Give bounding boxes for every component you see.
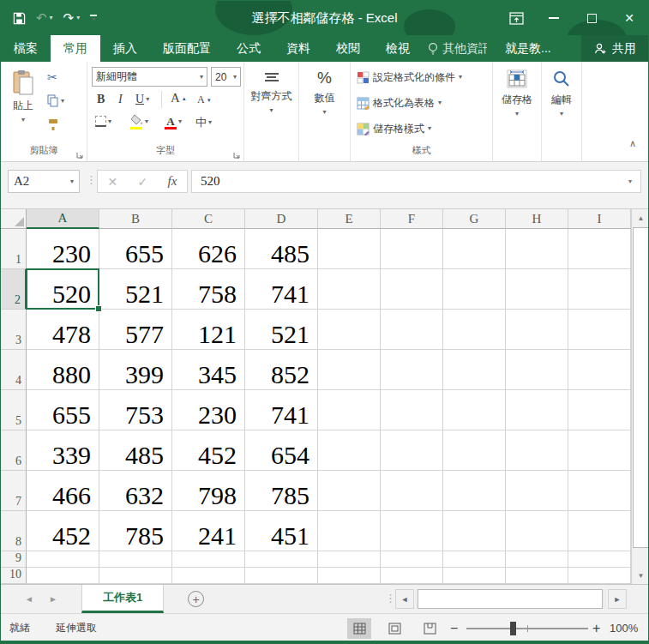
cell-C2[interactable]: 758 <box>172 269 245 310</box>
cell-G3[interactable] <box>443 310 506 350</box>
cell-E1[interactable] <box>318 229 381 269</box>
cell-I7[interactable] <box>568 471 631 511</box>
cell-F10[interactable] <box>381 568 443 584</box>
cell-C9[interactable] <box>172 551 245 568</box>
cell-G8[interactable] <box>443 511 506 551</box>
cell-B5[interactable]: 753 <box>99 390 172 430</box>
cell-C10[interactable] <box>172 568 245 584</box>
cell-H2[interactable] <box>506 269 568 310</box>
cell-A9[interactable] <box>27 551 99 568</box>
cell-B10[interactable] <box>99 568 172 584</box>
tab-home[interactable]: 常用 <box>51 35 100 62</box>
column-header-E[interactable]: E <box>318 209 381 229</box>
cell-E8[interactable] <box>318 511 381 551</box>
font-name-combo[interactable]: 新細明體 ▾ <box>92 67 207 87</box>
cell-C5[interactable]: 230 <box>172 390 245 430</box>
name-box[interactable]: A2 ▾ <box>8 170 80 193</box>
minimize-button[interactable] <box>535 1 573 35</box>
zoom-level[interactable]: 100% <box>610 614 638 642</box>
grow-font-button[interactable]: A▲ <box>171 91 187 105</box>
cell-H6[interactable] <box>506 430 568 471</box>
underline-button[interactable]: U▾ <box>135 93 149 106</box>
cell-D4[interactable]: 852 <box>245 350 318 390</box>
cell-I10[interactable] <box>568 568 631 584</box>
cell-F5[interactable] <box>381 390 443 430</box>
cell-D6[interactable]: 654 <box>245 430 318 471</box>
cell-C4[interactable]: 345 <box>172 350 245 390</box>
cell-E9[interactable] <box>318 551 381 568</box>
cell-H3[interactable] <box>506 310 568 350</box>
sheet-nav-right-icon[interactable]: ► <box>49 585 57 613</box>
row-header-4[interactable]: 4 <box>1 350 27 390</box>
formula-bar-splitter[interactable]: ⋮ <box>86 173 97 186</box>
vertical-scrollbar[interactable]: ▲ ▼ <box>631 209 649 584</box>
cell-E7[interactable] <box>318 471 381 511</box>
cell-A2[interactable]: 520 <box>27 269 99 310</box>
cell-G1[interactable] <box>443 229 506 269</box>
cell-F3[interactable] <box>381 310 443 350</box>
cell-F8[interactable] <box>381 511 443 551</box>
cell-G7[interactable] <box>443 471 506 511</box>
tab-data[interactable]: 資料 <box>273 35 323 62</box>
cell-B7[interactable]: 632 <box>99 471 172 511</box>
view-normal-button[interactable] <box>347 618 371 639</box>
cell-A8[interactable]: 452 <box>27 511 99 551</box>
font-color-button[interactable]: A ▾ <box>165 114 182 129</box>
cell-H1[interactable] <box>506 229 568 269</box>
cell-F2[interactable] <box>381 269 443 310</box>
column-header-H[interactable]: H <box>506 209 568 229</box>
cell-A4[interactable]: 880 <box>27 350 99 390</box>
column-header-C[interactable]: C <box>172 209 245 229</box>
row-header-3[interactable]: 3 <box>1 310 27 350</box>
shrink-font-button[interactable]: A▼ <box>197 93 212 106</box>
select-all-button[interactable] <box>1 209 27 229</box>
scroll-down-button[interactable]: ▼ <box>632 567 649 584</box>
cell-B9[interactable] <box>99 551 172 568</box>
horizontal-scrollbar-thumb[interactable] <box>418 589 603 609</box>
row-header-1[interactable]: 1 <box>1 229 27 269</box>
cell-I9[interactable] <box>568 551 631 568</box>
copy-button[interactable]: ▾ <box>47 94 64 107</box>
column-header-D[interactable]: D <box>245 209 318 229</box>
column-header-B[interactable]: B <box>99 209 172 229</box>
cell-A6[interactable]: 339 <box>27 430 99 471</box>
ribbon-group-alignment[interactable]: 對齊方式 ▾ <box>244 62 299 161</box>
column-header-F[interactable]: F <box>381 209 443 229</box>
cell-F1[interactable] <box>381 229 443 269</box>
hscroll-right-button[interactable]: ► <box>608 589 627 609</box>
hscroll-left-button[interactable]: ◄ <box>395 589 414 609</box>
row-header-5[interactable]: 5 <box>1 390 27 430</box>
vertical-scrollbar-thumb[interactable] <box>633 227 649 548</box>
new-sheet-button[interactable]: + <box>188 591 204 607</box>
cell-E2[interactable] <box>318 269 381 310</box>
column-header-I[interactable]: I <box>568 209 631 229</box>
cell-H4[interactable] <box>506 350 568 390</box>
ribbon-group-number[interactable]: % 數值 ▾ <box>299 62 351 161</box>
cell-E10[interactable] <box>318 568 381 584</box>
font-dialog-launcher[interactable] <box>232 147 241 156</box>
cell-A5[interactable]: 655 <box>27 390 99 430</box>
maximize-button[interactable] <box>573 1 610 35</box>
sheet-nav-left-icon[interactable]: ◄ <box>25 585 33 613</box>
tab-file[interactable]: 檔案 <box>1 35 51 62</box>
cell-C3[interactable]: 121 <box>172 310 245 350</box>
cell-G5[interactable] <box>443 390 506 430</box>
cell-H9[interactable] <box>506 551 568 568</box>
cell-A7[interactable]: 466 <box>27 471 99 511</box>
insert-function-button[interactable]: fx <box>168 174 177 189</box>
formula-input[interactable]: 520 ▾ <box>191 170 641 193</box>
cell-H7[interactable] <box>506 471 568 511</box>
phonetic-guide-button[interactable]: 中▾ <box>195 115 212 130</box>
cancel-button[interactable]: ✕ <box>108 175 118 189</box>
borders-button[interactable]: ▾ <box>95 116 111 127</box>
cell-C6[interactable]: 452 <box>172 430 245 471</box>
row-header-10[interactable]: 10 <box>1 568 27 584</box>
cell-D10[interactable] <box>245 568 318 584</box>
cell-F6[interactable] <box>381 430 443 471</box>
ribbon-display-options-button[interactable] <box>497 1 535 35</box>
cell-C8[interactable]: 241 <box>172 511 245 551</box>
tab-insert[interactable]: 插入 <box>100 35 150 62</box>
sheet-tab-worksheet1[interactable]: 工作表1 <box>81 585 164 613</box>
cell-G2[interactable] <box>443 269 506 310</box>
italic-button[interactable]: I <box>118 93 123 106</box>
